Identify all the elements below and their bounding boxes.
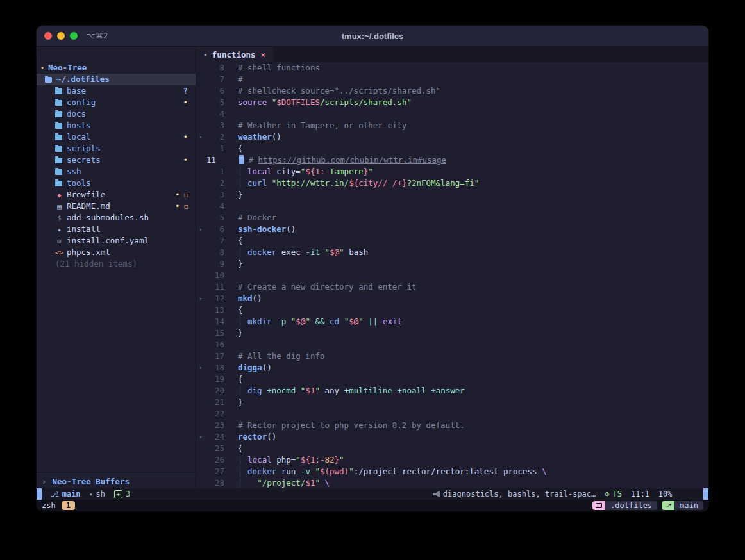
tree-item-local[interactable]: local• (37, 131, 196, 143)
code-line-19[interactable]: 19{ (196, 374, 708, 385)
fold-column (196, 316, 205, 327)
close-icon[interactable]: × (261, 50, 266, 60)
filetype-label: sh (96, 490, 105, 498)
code-text: │ local php="${1:-82}" (224, 454, 344, 466)
code-line-8[interactable]: 8│ docker exec -it "$@" bash (196, 247, 708, 258)
code-line-10[interactable]: 10 (196, 270, 708, 281)
tmux-window-item[interactable]: zsh 1 (42, 501, 75, 510)
git-modified-badge: • (175, 201, 180, 212)
tree-item-tools[interactable]: tools (37, 177, 196, 189)
code-line-24[interactable]: ▾24rector() (196, 431, 708, 443)
neo-tree-buffers-section[interactable]: › Neo-Tree Buffers (37, 474, 196, 488)
code-line-4[interactable]: 4 (196, 201, 708, 212)
code-line-14[interactable]: 14│ mkdir -p "$@" && cd "$@" || exit (196, 316, 708, 327)
tab-functions[interactable]: ▪ functions × (196, 47, 273, 62)
code-line-5[interactable]: 5# Docker (196, 212, 708, 224)
fold-chevron-icon[interactable]: ▾ (196, 131, 205, 143)
code-text: { (224, 235, 243, 247)
tree-item-install[interactable]: ✦install (37, 224, 196, 235)
code-line-26[interactable]: 26│ local php="${1:-82}" (196, 454, 708, 466)
fold-chevron-icon[interactable]: ▾ (196, 362, 205, 374)
tree-item-scripts[interactable]: scripts (37, 143, 196, 154)
line-number: 25 (205, 443, 224, 454)
code-line-28[interactable]: 28│ "/project/$1" \ (196, 477, 708, 488)
folder-icon (55, 123, 62, 129)
fold-column (196, 177, 205, 189)
fold-chevron-icon[interactable]: ▾ (196, 431, 205, 443)
tree-item-brewfile[interactable]: ◆Brewfile•□ (37, 189, 196, 201)
code-line-6[interactable]: ▾6ssh-docker() (196, 224, 708, 235)
code-line-22[interactable]: 22 (196, 408, 708, 420)
tree-item-dotfiles[interactable]: ~/.dotfiles (37, 74, 196, 85)
tree-item-label: install (67, 224, 101, 235)
tree-item-label: phpcs.xml (67, 247, 110, 258)
code-line-13[interactable]: 13{ (196, 304, 708, 316)
code-text: rector() (224, 431, 276, 443)
fold-column (196, 339, 205, 350)
tree-item-readme-md[interactable]: ▤README.md•□ (37, 201, 196, 212)
code-line-18[interactable]: ▾18digga() (196, 362, 708, 374)
code-area[interactable]: 8# shell functions7#6# shellcheck source… (196, 62, 708, 488)
lsp-clients: diagnosticls, bashls, trail-spac… (443, 490, 596, 498)
line-number: 3 (205, 120, 224, 131)
code-line-11[interactable]: 11# Create a new directory and enter it (196, 281, 708, 293)
code-line-25[interactable]: 25{ (196, 443, 708, 454)
code-line-3[interactable]: 3# Weather in Tampere, or other city (196, 120, 708, 131)
code-line-7[interactable]: 7# (196, 74, 708, 85)
zoom-button[interactable] (70, 32, 78, 40)
tree-item-base[interactable]: base? (37, 85, 196, 97)
tree-item-ssh[interactable]: ssh (37, 166, 196, 177)
tab-label: functions (212, 50, 256, 60)
fold-chevron-icon[interactable]: ▾ (196, 224, 205, 235)
code-line-2[interactable]: ▾2weather() (196, 131, 708, 143)
code-line-15[interactable]: 15} (196, 327, 708, 339)
code-line-21[interactable]: 21} (196, 397, 708, 408)
fold-column (196, 443, 205, 454)
code-line-12[interactable]: ▾12mkd() (196, 293, 708, 304)
tree-item-hosts[interactable]: hosts (37, 120, 196, 131)
code-line-9[interactable]: 9} (196, 258, 708, 270)
code-line-17[interactable]: 17# All the dig info (196, 350, 708, 362)
line-number: 23 (205, 420, 224, 431)
minimize-button[interactable] (57, 32, 65, 40)
code-text: } (224, 327, 243, 339)
tree-item-phpcs-xml[interactable]: <>phpcs.xml (37, 247, 196, 258)
code-line-23[interactable]: 23# Rector project to php version 8.2 by… (196, 420, 708, 431)
git-branch-name: main (62, 490, 81, 498)
tree-item-config[interactable]: config• (37, 97, 196, 108)
fold-column (196, 327, 205, 339)
code-line-1[interactable]: 1{ (196, 143, 708, 154)
tree-item-install-conf-yaml[interactable]: ⚙install.conf.yaml (37, 235, 196, 247)
code-text: │ "/project/$1" \ (224, 477, 330, 488)
code-text: # Create a new directory and enter it (224, 281, 416, 293)
tree-item-add-submodules-sh[interactable]: $add-submodules.sh (37, 212, 196, 224)
close-button[interactable] (44, 32, 52, 40)
tree-item-secrets[interactable]: secrets• (37, 154, 196, 166)
code-line-3[interactable]: 3} (196, 189, 708, 201)
git-staged-badge: □ (185, 189, 188, 201)
tree-item-21-hidden-items: (21 hidden items) (37, 258, 196, 270)
code-line-16[interactable]: 16 (196, 339, 708, 350)
code-line-4[interactable]: 4 (196, 108, 708, 120)
code-line-2[interactable]: 2│ curl "http://wttr.in/${city// /+}?2nF… (196, 177, 708, 189)
neo-tree-header[interactable]: ▾ Neo-Tree (37, 62, 196, 74)
line-number: 7 (205, 235, 224, 247)
chevron-right-icon: › (42, 477, 47, 486)
code-line-8[interactable]: 8# shell functions (196, 62, 708, 74)
code-line-11[interactable]: 11 # https://github.com/chubin/wttr.in#u… (196, 154, 708, 166)
code-line-20[interactable]: 20│ dig +nocmd "$1" any +multiline +noal… (196, 385, 708, 397)
fold-column (196, 74, 205, 85)
code-line-7[interactable]: 7{ (196, 235, 708, 247)
tree-item-docs[interactable]: docs (37, 108, 196, 120)
code-line-1[interactable]: 1│ local city="${1:-Tampere}" (196, 166, 708, 177)
fold-column (196, 397, 205, 408)
code-line-6[interactable]: 6# shellcheck source="../scripts/shared.… (196, 85, 708, 97)
line-number: 10 (205, 270, 224, 281)
fold-column (196, 374, 205, 385)
folder-icon (55, 181, 62, 186)
code-line-27[interactable]: 27│ docker run -v "$(pwd)":/project rect… (196, 466, 708, 477)
line-number: 9 (205, 258, 224, 270)
fold-chevron-icon[interactable]: ▾ (196, 293, 205, 304)
folder-icon (55, 146, 62, 152)
code-line-5[interactable]: 5source "$DOTFILES/scripts/shared.sh" (196, 97, 708, 108)
